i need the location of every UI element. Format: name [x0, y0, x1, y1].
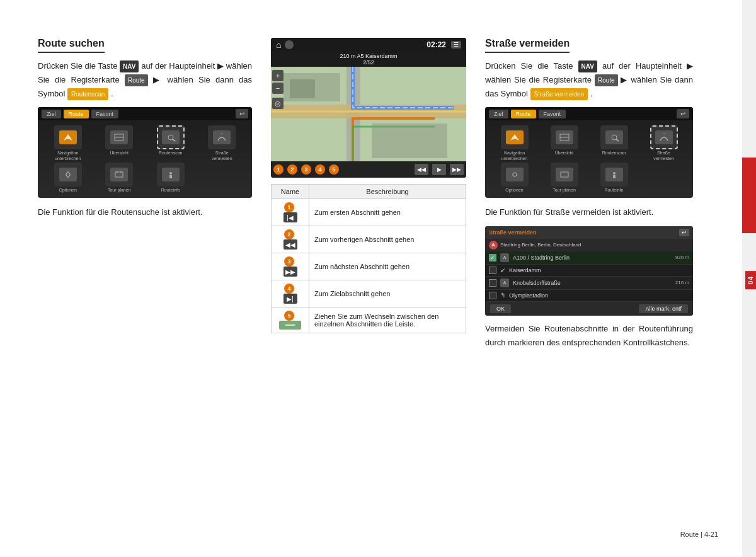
table-cell-num-2: 2 ◀◀ — [272, 226, 309, 253]
checkbox-1[interactable]: ✓ — [489, 254, 496, 261]
nav-tab-route-left: Route — [64, 110, 89, 118]
table-row-5: 5 ━━━ Ziehen Sie zum Wechseln zwischen d… — [272, 307, 466, 333]
strasse-vermeiden-text: Drücken Sie die Taste NAV auf der Haupte… — [485, 59, 693, 101]
nav-icon-tour: Tour planen — [94, 163, 145, 193]
page-content: Route suchen Drücken Sie die Taste NAV a… — [0, 0, 731, 381]
nav-badge-right: NAV — [578, 60, 597, 72]
strasse-row-3: A Knobelsdorffstraße 210 m — [485, 277, 693, 290]
strasse-vermeiden-heading: Straße vermeiden — [485, 38, 570, 53]
alle-btn[interactable]: Alle mark. entf — [639, 304, 688, 313]
table-row-1: 1 |◀ Zum ersten Abschnitt gehen — [272, 199, 466, 226]
map-num-2: 2 — [287, 164, 297, 175]
strasse-badge: Straße vermeiden — [530, 88, 588, 100]
map-info-bar: 210 m A5 Kaiserdamm 2/52 — [271, 52, 466, 67]
nav-screenshot-left: Ziel Route Favorit ↩ Navigationunterbrec… — [38, 107, 252, 198]
strasse-city-row: A Stadtring Berlin, Berlin, Deutschland — [485, 239, 693, 251]
strasse-name-2: Kaiserdamm — [509, 267, 685, 273]
table-row-2: 2 ◀◀ Zum vorherigen Abschnitt gehen — [272, 226, 466, 253]
nav-back-btn-right: ↩ — [677, 109, 689, 118]
strasse-note: Die Funktion für Straße vermeiden ist ak… — [485, 205, 693, 219]
city-letter: A — [489, 241, 498, 250]
map-controls: + − ◎ — [272, 70, 284, 109]
nav-tab-favorit-right: Favorit — [539, 110, 566, 118]
svg-rect-18 — [290, 79, 315, 98]
svg-point-25 — [513, 173, 517, 176]
right-column: Straße vermeiden Drücken Sie die Taste N… — [485, 38, 693, 356]
table-cell-num-5: 5 ━━━ — [272, 307, 309, 333]
strasse-name-1: A100 / Stadtring Berlin — [513, 255, 672, 261]
nav-icon-ubersicht: Übersicht — [94, 125, 145, 161]
route-badge-left: Route — [125, 74, 148, 86]
table-row-4: 4 ▶| Zum Zielabschnitt gehen — [272, 280, 466, 307]
nav-icon-routenscan: Routenscan — [146, 125, 196, 161]
page-footer: Route | 4-21 — [680, 531, 718, 538]
turn-icon-2: ↙ — [500, 267, 505, 273]
table-cell-desc-1: Zum ersten Abschnitt gehen — [309, 199, 466, 226]
svg-rect-8 — [115, 172, 123, 177]
svg-line-23 — [616, 139, 619, 141]
table-col-desc: Beschreibung — [309, 185, 466, 199]
row-number-5: 5 — [284, 311, 294, 321]
map-play-btn[interactable]: ▶ — [432, 164, 446, 175]
nav-icon-strasse-r: Straßevermeiden — [639, 125, 688, 161]
svg-rect-19 — [372, 123, 447, 158]
strasse-row-2: ↙ Kaiserdamm — [485, 265, 693, 277]
zoom-in-btn[interactable]: + — [272, 70, 284, 81]
strasse-row-4: ↰ Olympiastadion — [485, 290, 693, 302]
strasse-screen-title: Straße vermeiden — [489, 229, 537, 236]
turn-icon-4: ↰ — [500, 292, 505, 299]
strasse-name-4: Olympiastadion — [509, 292, 685, 299]
nav-icon-navigation: Navigationunterbrechen — [43, 125, 93, 161]
nav-back-btn-left: ↩ — [236, 109, 248, 118]
chapter-bar — [742, 158, 756, 233]
nav-tab-favorit-left: Favorit — [91, 110, 119, 118]
strasse-screen-header: Straße vermeiden ↩ — [485, 226, 693, 239]
map-bottom-bar: 1 2 3 4 5 ◀◀ ▶ ▶▶ — [271, 161, 466, 178]
road-icon-1: A — [500, 253, 509, 262]
svg-point-22 — [612, 135, 617, 140]
map-svg — [271, 67, 466, 161]
nav-icon-routeinfo: Routeinfo — [146, 163, 196, 193]
strasse-dist-3: 210 m — [675, 280, 689, 285]
map-num-5: 5 — [329, 164, 339, 175]
svg-point-27 — [613, 172, 616, 175]
nav-icon-optionen-r: Optionen — [490, 163, 539, 193]
middle-column: ⌂ 02:22 ☰ 210 m A5 Kaiserdamm 2/52 — [271, 38, 466, 356]
nav-tab-ziel-left: Ziel — [42, 110, 61, 118]
left-column: Route suchen Drücken Sie die Taste NAV a… — [38, 38, 252, 356]
final-note: Vermeiden Sie Routenabschnitte in der Ro… — [485, 322, 693, 350]
nav-screen-header-right: Ziel Route Favorit ↩ — [485, 107, 693, 120]
svg-rect-12 — [169, 175, 172, 178]
checkbox-4[interactable] — [489, 292, 496, 299]
map-next-btn[interactable]: ▶▶ — [450, 164, 464, 175]
strasse-name-3: Knobelsdorffstraße — [513, 280, 672, 286]
svg-line-3 — [173, 139, 175, 141]
nav-tab-route-right: Route — [511, 110, 536, 118]
svg-point-2 — [168, 135, 173, 140]
svg-rect-26 — [561, 172, 568, 177]
ok-btn[interactable]: OK — [490, 304, 511, 313]
road-icon-3: A — [500, 278, 509, 287]
strasse-footer: OK Alle mark. entf — [485, 302, 693, 316]
btn-icon-1: |◀ — [284, 212, 297, 222]
table-cell-desc-3: Zum nächsten Abschnitt gehen — [309, 253, 466, 280]
map-mode-btn[interactable]: ◎ — [272, 98, 284, 109]
strasse-vermeiden-screen: Straße vermeiden ↩ A Stadtring Berlin, B… — [485, 226, 693, 316]
zoom-out-btn[interactable]: − — [272, 83, 284, 94]
row-number-2: 2 — [284, 229, 294, 239]
strasse-dist-1: 920 m — [675, 255, 689, 260]
nav-icons-grid-right: Navigationunterbrechen Übersicht Routens… — [485, 120, 693, 198]
btn-icon-4: ▶| — [284, 294, 297, 304]
nav-icon-optionen: Optionen — [43, 163, 93, 193]
routenscan-badge: Routenscan — [67, 88, 108, 100]
route-suchen-note: Die Funktion für die Routensuche ist akt… — [38, 205, 252, 219]
table-cell-num-1: 1 |◀ — [272, 199, 309, 226]
map-screenshot-container: ⌂ 02:22 ☰ 210 m A5 Kaiserdamm 2/52 — [271, 38, 466, 178]
description-table: Name Beschreibung 1 |◀ Zum ersten Abschn… — [271, 184, 466, 333]
map-prev-btn[interactable]: ◀◀ — [415, 164, 428, 175]
row-number-1: 1 — [284, 202, 294, 212]
checkbox-2[interactable] — [489, 267, 496, 274]
nav-icon-tour-r: Tour planen — [540, 163, 588, 193]
checkbox-3[interactable] — [489, 279, 496, 287]
row-number-4: 4 — [284, 284, 294, 294]
